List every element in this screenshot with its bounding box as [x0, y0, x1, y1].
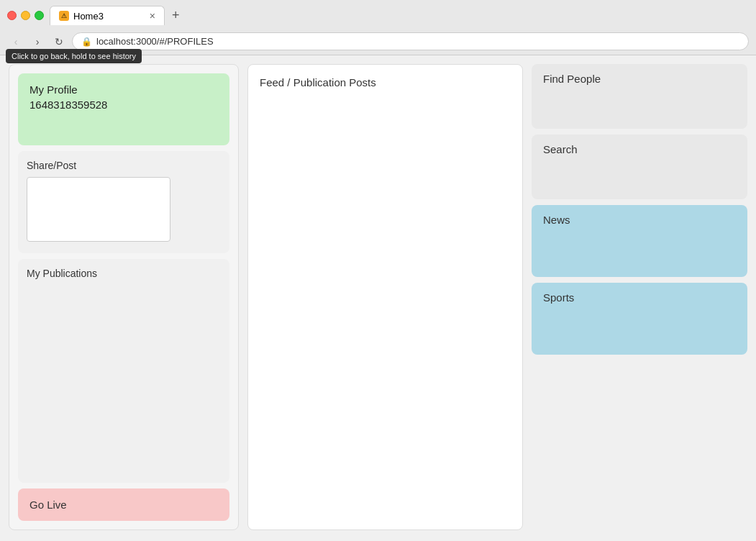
maximize-button[interactable] — [35, 11, 44, 20]
new-tab-button[interactable]: + — [168, 6, 184, 24]
address-bar[interactable]: 🔒 localhost:3000/#/PROFILES — [72, 32, 749, 50]
search-label: Search — [543, 143, 578, 155]
url-text: localhost:3000/#/PROFILES — [96, 36, 214, 47]
sports-card[interactable]: Sports — [532, 283, 747, 355]
news-card[interactable]: News — [532, 205, 747, 277]
tab-bar: ⚠ Home3 × + — [50, 6, 184, 25]
go-live-button[interactable]: Go Live — [18, 488, 229, 521]
lock-icon: 🔒 — [81, 37, 92, 47]
tab-favicon: ⚠ — [59, 11, 69, 21]
my-publications-section: My Publications — [18, 259, 229, 483]
search-card[interactable]: Search — [532, 135, 747, 199]
profile-card[interactable]: My Profile 1648318359528 — [18, 73, 229, 145]
news-label: News — [543, 214, 570, 226]
browser-tab[interactable]: ⚠ Home3 × — [50, 6, 165, 25]
forward-button[interactable]: › — [29, 33, 46, 50]
find-people-card[interactable]: Find People — [532, 64, 747, 129]
back-button[interactable]: ‹ — [7, 33, 24, 50]
profile-name: My Profile — [29, 83, 218, 96]
find-people-label: Find People — [543, 73, 601, 85]
right-sidebar: Find People Search News Sports — [532, 64, 747, 530]
tab-title: Home3 — [73, 11, 104, 22]
my-publications-title: My Publications — [27, 268, 221, 279]
share-post-title: Share/Post — [27, 160, 221, 171]
back-tooltip: Click to go back, hold to see history — [6, 49, 142, 63]
refresh-button[interactable]: ↻ — [50, 33, 68, 50]
share-post-section: Share/Post — [18, 151, 229, 253]
feed-title: Feed / Publication Posts — [260, 76, 511, 88]
browser-chrome: ⚠ Home3 × + ‹ › ↻ 🔒 localhost:3000/#/PRO… — [0, 0, 756, 55]
tab-close-icon[interactable]: × — [150, 10, 155, 22]
profile-id: 1648318359528 — [29, 99, 218, 111]
sports-label: Sports — [543, 291, 574, 304]
post-textarea[interactable] — [27, 177, 170, 242]
left-sidebar: My Profile 1648318359528 Share/Post My P… — [9, 64, 239, 530]
page-content: My Profile 1648318359528 Share/Post My P… — [0, 55, 756, 539]
title-bar: ⚠ Home3 × + — [0, 0, 756, 29]
close-button[interactable] — [7, 11, 17, 20]
center-feed: Feed / Publication Posts — [247, 64, 523, 530]
traffic-lights — [7, 11, 44, 20]
minimize-button[interactable] — [21, 11, 30, 20]
